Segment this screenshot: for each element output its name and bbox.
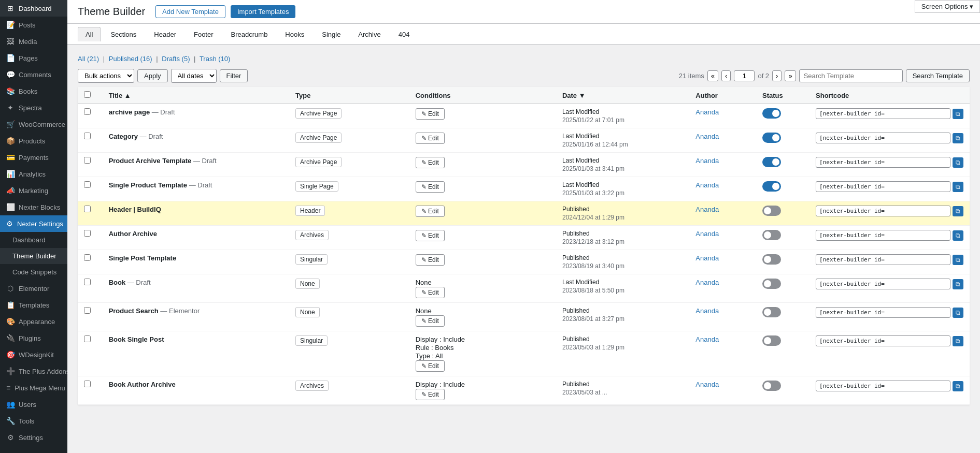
shortcode-input[interactable] — [816, 335, 950, 346]
sidebar-item-media[interactable]: 🖼 Media — [0, 33, 67, 50]
row-checkbox[interactable] — [84, 108, 91, 115]
apply-button[interactable]: Apply — [137, 69, 168, 82]
sidebar-item-tools[interactable]: 🔧 Tools — [0, 413, 67, 429]
shortcode-input[interactable] — [816, 133, 950, 143]
next-page-button[interactable]: › — [772, 70, 782, 81]
copy-shortcode-button[interactable]: ⧉ — [953, 157, 963, 168]
shortcode-input[interactable] — [816, 108, 950, 119]
row-checkbox[interactable] — [84, 206, 91, 212]
select-all-checkbox[interactable] — [84, 91, 91, 98]
status-toggle[interactable] — [762, 307, 781, 317]
sidebar-item-payments[interactable]: 💳 Payments — [0, 149, 67, 166]
author-link[interactable]: Ananda — [695, 335, 719, 343]
tab-breadcrumb[interactable]: Breadcrumb — [223, 27, 276, 41]
prev-page-button[interactable]: ‹ — [721, 70, 731, 81]
sidebar-item-theme-builder[interactable]: Theme Builder — [0, 248, 67, 264]
sidebar-item-plus-addons[interactable]: ➕ The Plus Addons — [0, 363, 67, 379]
row-checkbox[interactable] — [84, 381, 91, 387]
row-checkbox[interactable] — [84, 157, 91, 164]
shortcode-input[interactable] — [816, 307, 950, 318]
condition-edit-button[interactable]: ✎ Edit — [416, 206, 445, 217]
condition-edit-button[interactable]: ✎ Edit — [416, 230, 445, 241]
sidebar-item-spectra[interactable]: ✦ Spectra — [0, 99, 67, 116]
copy-shortcode-button[interactable]: ⧉ — [953, 230, 963, 241]
screen-options-button[interactable]: Screen Options ▾ — [915, 0, 980, 13]
condition-edit-button[interactable]: ✎ Edit — [416, 360, 445, 372]
condition-edit-button[interactable]: ✎ Edit — [416, 133, 445, 144]
condition-edit-button[interactable]: ✎ Edit — [416, 157, 445, 168]
tab-hooks[interactable]: Hooks — [277, 27, 312, 41]
page-number-input[interactable] — [734, 70, 755, 81]
condition-edit-button[interactable]: ✎ Edit — [416, 254, 445, 266]
copy-shortcode-button[interactable]: ⧉ — [953, 279, 963, 289]
status-all-link[interactable]: All (21) — [78, 55, 99, 63]
sidebar-item-pages[interactable]: 📄 Pages — [0, 50, 67, 66]
bulk-actions-select[interactable]: Bulk actions — [78, 69, 134, 83]
author-link[interactable]: Ananda — [695, 157, 719, 165]
search-template-input[interactable] — [799, 69, 903, 82]
sidebar-item-plus-mega[interactable]: ≡ Plus Mega Menu — [0, 379, 67, 396]
author-link[interactable]: Ananda — [695, 133, 719, 140]
tab-single[interactable]: Single — [314, 27, 348, 41]
sidebar-item-books[interactable]: 📚 Books — [0, 83, 67, 99]
copy-shortcode-button[interactable]: ⧉ — [953, 109, 963, 119]
sidebar-item-templates[interactable]: 📋 Templates — [0, 297, 67, 313]
first-page-button[interactable]: « — [707, 70, 718, 81]
condition-edit-button[interactable]: ✎ Edit — [416, 287, 445, 298]
status-drafts-link[interactable]: Drafts (5) — [162, 55, 190, 63]
row-checkbox[interactable] — [84, 181, 91, 188]
author-link[interactable]: Ananda — [695, 230, 719, 238]
condition-edit-button[interactable]: ✎ Edit — [416, 108, 445, 120]
sidebar-item-appearance[interactable]: 🎨 Appearance — [0, 313, 67, 330]
row-checkbox[interactable] — [84, 335, 91, 342]
copy-shortcode-button[interactable]: ⧉ — [953, 206, 963, 216]
shortcode-input[interactable] — [816, 206, 950, 216]
condition-edit-button[interactable]: ✎ Edit — [416, 389, 445, 400]
copy-shortcode-button[interactable]: ⧉ — [953, 133, 963, 143]
shortcode-input[interactable] — [816, 181, 950, 192]
all-dates-select[interactable]: All dates — [171, 69, 217, 83]
shortcode-input[interactable] — [816, 381, 950, 391]
condition-edit-button[interactable]: ✎ Edit — [416, 315, 445, 327]
sidebar-item-wdesignkit[interactable]: 🎯 WDesignKit — [0, 346, 67, 363]
author-link[interactable]: Ananda — [695, 307, 719, 315]
tab-footer[interactable]: Footer — [186, 27, 221, 41]
tab-archive[interactable]: Archive — [350, 27, 388, 41]
add-new-template-button[interactable]: Add New Template — [155, 5, 225, 18]
tab-header[interactable]: Header — [146, 27, 184, 41]
row-checkbox[interactable] — [84, 254, 91, 261]
sidebar-item-elementor[interactable]: ⬡ Elementor — [0, 280, 67, 297]
sidebar-item-dashboard[interactable]: ⊞ Dashboard — [0, 0, 67, 17]
shortcode-input[interactable] — [816, 230, 950, 241]
row-checkbox[interactable] — [84, 307, 91, 314]
sidebar-item-analytics[interactable]: 📊 Analytics — [0, 166, 67, 182]
sidebar-item-nexter-blocks[interactable]: ⬜ Nexter Blocks — [0, 199, 67, 215]
author-link[interactable]: Ananda — [695, 206, 719, 213]
tab-all[interactable]: All — [78, 27, 101, 41]
copy-shortcode-button[interactable]: ⧉ — [953, 381, 963, 391]
sidebar-item-plugins[interactable]: 🔌 Plugins — [0, 330, 67, 346]
status-toggle[interactable] — [762, 381, 781, 391]
row-checkbox[interactable] — [84, 133, 91, 139]
shortcode-input[interactable] — [816, 157, 950, 168]
sidebar-item-products[interactable]: 📦 Products — [0, 133, 67, 149]
sidebar-item-dashboard2[interactable]: Dashboard — [0, 232, 67, 248]
import-templates-button[interactable]: Import Templates — [231, 5, 295, 18]
status-toggle[interactable] — [762, 206, 781, 216]
author-link[interactable]: Ananda — [695, 108, 719, 116]
filter-button[interactable]: Filter — [220, 69, 248, 82]
sidebar-item-nexter-settings[interactable]: ⚙ Nexter Settings — [0, 215, 67, 232]
author-link[interactable]: Ananda — [695, 279, 719, 286]
status-toggle[interactable] — [762, 181, 781, 192]
status-published-link[interactable]: Published (16) — [109, 55, 152, 63]
author-link[interactable]: Ananda — [695, 181, 719, 189]
status-toggle[interactable] — [762, 254, 781, 265]
condition-edit-button[interactable]: ✎ Edit — [416, 181, 445, 193]
sidebar-item-users[interactable]: 👥 Users — [0, 396, 67, 413]
copy-shortcode-button[interactable]: ⧉ — [953, 255, 963, 265]
row-checkbox[interactable] — [84, 230, 91, 237]
author-link[interactable]: Ananda — [695, 254, 719, 262]
last-page-button[interactable]: » — [785, 70, 796, 81]
row-checkbox[interactable] — [84, 279, 91, 285]
tab-sections[interactable]: Sections — [103, 27, 144, 41]
